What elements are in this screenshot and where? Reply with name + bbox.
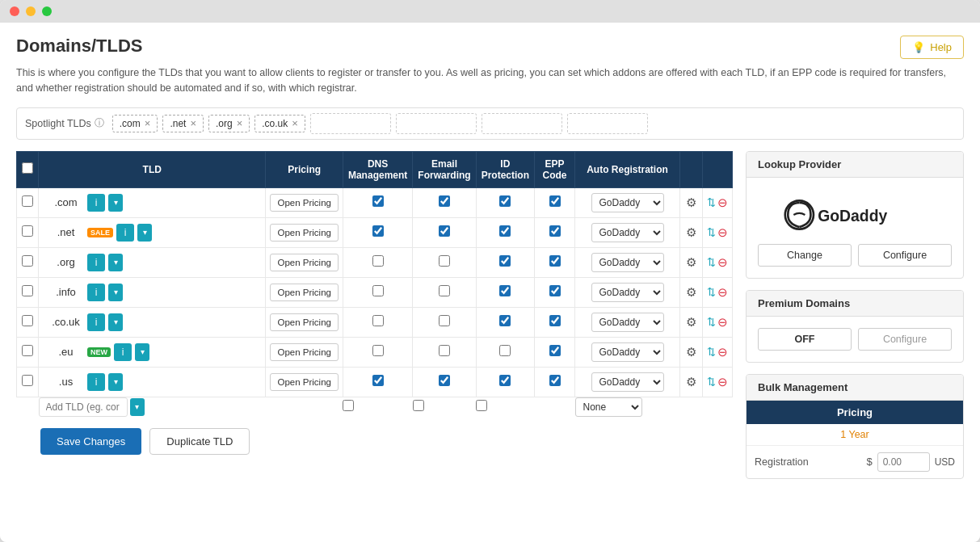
add-id-checkbox[interactable]: [476, 400, 487, 411]
checkbox-com[interactable]: [439, 195, 450, 207]
tld-dropdown-btn[interactable]: ▾: [108, 254, 123, 271]
open-pricing-btn[interactable]: Open Pricing: [270, 343, 338, 361]
registrar-select-info[interactable]: GoDaddy None: [591, 283, 664, 302]
checkbox-us[interactable]: [499, 375, 511, 386]
arrows-icon-info[interactable]: ⇅: [707, 286, 716, 298]
checkbox-org[interactable]: [549, 255, 561, 267]
checkbox-eu[interactable]: [372, 345, 384, 356]
add-email-checkbox[interactable]: [413, 400, 424, 411]
spotlight-empty-4[interactable]: [567, 113, 648, 134]
gear-icon-co.uk[interactable]: ⚙: [686, 315, 696, 330]
checkbox-net[interactable]: [549, 225, 561, 237]
tld-info-btn[interactable]: i: [87, 254, 105, 271]
premium-off-button[interactable]: OFF: [758, 328, 852, 351]
checkbox-co.uk[interactable]: [499, 315, 511, 326]
duplicate-tld-button[interactable]: Duplicate TLD: [149, 428, 250, 455]
checkbox-org[interactable]: [372, 255, 384, 267]
add-dns-checkbox[interactable]: [343, 400, 354, 411]
tld-info-btn[interactable]: i: [87, 194, 105, 212]
open-pricing-btn[interactable]: Open Pricing: [270, 373, 338, 391]
tld-dropdown-btn[interactable]: ▾: [108, 194, 123, 212]
spotlight-tag-net[interactable]: .net ×: [162, 115, 204, 132]
tld-info-btn[interactable]: i: [114, 343, 132, 361]
remove-icon-co.uk[interactable]: ⊖: [717, 315, 728, 330]
remove-icon-us[interactable]: ⊖: [717, 375, 728, 389]
gear-icon-org[interactable]: ⚙: [686, 255, 696, 270]
checkbox-co.uk[interactable]: [549, 315, 561, 326]
checkbox-eu[interactable]: [549, 345, 561, 356]
row-select-us[interactable]: [22, 375, 33, 386]
select-all-checkbox[interactable]: [22, 162, 33, 174]
remove-icon-eu[interactable]: ⊖: [717, 345, 728, 359]
close-button[interactable]: [10, 6, 19, 16]
remove-couk-icon[interactable]: ×: [292, 118, 298, 128]
remove-icon-net[interactable]: ⊖: [717, 225, 728, 240]
arrows-icon-co.uk[interactable]: ⇅: [707, 316, 716, 328]
add-tld-dropdown[interactable]: ▾: [130, 398, 145, 416]
open-pricing-btn[interactable]: Open Pricing: [270, 194, 338, 212]
spotlight-tag-couk[interactable]: .co.uk ×: [254, 115, 305, 132]
checkbox-us[interactable]: [439, 375, 450, 386]
tld-info-btn[interactable]: i: [116, 224, 134, 242]
gear-icon-us[interactable]: ⚙: [686, 375, 696, 389]
checkbox-net[interactable]: [499, 225, 511, 237]
row-select-co.uk[interactable]: [22, 315, 33, 326]
bulk-pricing-tab[interactable]: Pricing: [747, 401, 963, 424]
checkbox-info[interactable]: [372, 285, 384, 296]
remove-net-icon[interactable]: ×: [190, 118, 196, 128]
checkbox-net[interactable]: [372, 225, 384, 237]
arrows-icon-org[interactable]: ⇅: [707, 256, 716, 268]
checkbox-net[interactable]: [439, 225, 450, 237]
gear-icon-com[interactable]: ⚙: [686, 195, 696, 210]
tld-dropdown-btn[interactable]: ▾: [135, 343, 149, 361]
open-pricing-btn[interactable]: Open Pricing: [270, 254, 338, 271]
checkbox-co.uk[interactable]: [439, 315, 450, 326]
spotlight-empty-2[interactable]: [396, 113, 477, 134]
remove-icon-com[interactable]: ⊖: [717, 195, 728, 210]
remove-org-icon[interactable]: ×: [237, 118, 243, 128]
spotlight-tag-com[interactable]: .com ×: [112, 115, 158, 132]
add-registrar-select[interactable]: None GoDaddy: [575, 397, 642, 417]
tld-dropdown-btn[interactable]: ▾: [108, 373, 123, 391]
lookup-configure-button[interactable]: Configure: [858, 244, 952, 267]
tld-info-btn[interactable]: i: [87, 313, 105, 331]
registrar-select-org[interactable]: GoDaddy None: [591, 253, 664, 272]
premium-configure-button[interactable]: Configure: [858, 328, 952, 351]
gear-icon-eu[interactable]: ⚙: [686, 345, 696, 359]
tld-dropdown-btn[interactable]: ▾: [108, 313, 123, 331]
minimize-button[interactable]: [26, 6, 36, 16]
remove-icon-info[interactable]: ⊖: [717, 285, 728, 300]
maximize-button[interactable]: [42, 6, 52, 16]
save-changes-button[interactable]: Save Changes: [40, 428, 141, 455]
row-select-org[interactable]: [22, 255, 33, 267]
checkbox-us[interactable]: [372, 375, 384, 386]
registrar-select-net[interactable]: GoDaddy None: [591, 223, 664, 242]
arrows-icon-com[interactable]: ⇅: [707, 196, 716, 208]
spotlight-empty-1[interactable]: [310, 113, 391, 134]
checkbox-com[interactable]: [549, 195, 561, 207]
row-select-info[interactable]: [22, 285, 33, 296]
row-select-net[interactable]: [22, 225, 33, 237]
row-select-com[interactable]: [22, 195, 33, 207]
open-pricing-btn[interactable]: Open Pricing: [270, 284, 338, 301]
tld-info-btn[interactable]: i: [87, 284, 105, 301]
checkbox-eu[interactable]: [439, 345, 450, 356]
checkbox-info[interactable]: [549, 285, 561, 296]
arrows-icon-us[interactable]: ⇅: [707, 376, 716, 388]
bulk-price-input[interactable]: [877, 452, 930, 472]
checkbox-com[interactable]: [499, 195, 511, 207]
arrows-icon-eu[interactable]: ⇅: [707, 346, 716, 358]
remove-icon-org[interactable]: ⊖: [717, 255, 728, 270]
add-tld-input[interactable]: [39, 397, 128, 417]
gear-icon-info[interactable]: ⚙: [686, 285, 696, 300]
tld-dropdown-btn[interactable]: ▾: [108, 284, 123, 301]
tld-dropdown-btn[interactable]: ▾: [137, 224, 152, 242]
checkbox-info[interactable]: [439, 285, 450, 296]
checkbox-us[interactable]: [549, 375, 561, 386]
spotlight-empty-3[interactable]: [482, 113, 562, 134]
registrar-select-co.uk[interactable]: GoDaddy None: [591, 313, 664, 332]
remove-com-icon[interactable]: ×: [145, 118, 151, 128]
checkbox-eu[interactable]: [499, 345, 511, 356]
checkbox-co.uk[interactable]: [372, 315, 384, 326]
registrar-select-eu[interactable]: GoDaddy None: [591, 342, 664, 362]
